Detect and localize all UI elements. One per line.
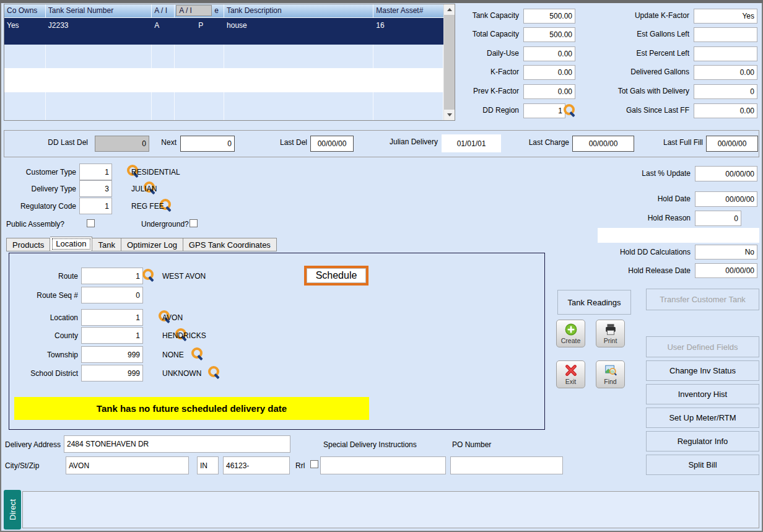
scrollbar-thumb[interactable] xyxy=(444,15,455,110)
find-button-label: Find xyxy=(604,378,616,385)
route-lookup-icon[interactable] xyxy=(141,268,155,283)
printer-icon xyxy=(604,323,617,336)
set-up-meter-rtm-button[interactable]: Set Up Meter/RTM xyxy=(646,408,759,428)
inventory-hist-button[interactable]: Inventory Hist xyxy=(646,384,759,404)
last-pct-update-label: Last % Update xyxy=(567,169,691,178)
zip-field[interactable]: 46123- xyxy=(223,456,290,474)
tank-readings-button[interactable]: Tank Readings xyxy=(557,290,631,315)
underground-checkbox[interactable] xyxy=(190,219,198,227)
change-inv-status-button[interactable]: Change Inv Status xyxy=(646,360,759,381)
schedule-button[interactable]: Schedule xyxy=(304,266,368,286)
township-field[interactable]: 999 xyxy=(81,346,143,363)
location-desc: AVON xyxy=(162,313,183,322)
col-header-serial[interactable]: Tank Serial Number xyxy=(46,4,152,17)
schedule-button-label: Schedule xyxy=(307,268,366,283)
tab-gps-tank-coordinates[interactable]: GPS Tank Coordinates xyxy=(183,238,277,251)
table-row-selected[interactable]: Yes J2233 A P house 16 xyxy=(4,18,443,45)
school-district-lookup-icon[interactable] xyxy=(207,365,220,380)
customer-type-field[interactable]: 1 xyxy=(79,164,112,180)
county-label: County xyxy=(9,331,78,340)
po-number-field[interactable] xyxy=(450,456,563,474)
update-k-factor-field[interactable]: Yes xyxy=(694,9,757,24)
dd-region-label: DD Region xyxy=(395,106,519,115)
col-header-ai[interactable]: A / I xyxy=(152,4,175,17)
tab-location[interactable]: Location xyxy=(50,237,92,251)
regulatory-code-field[interactable]: 1 xyxy=(79,198,112,214)
city-st-zip-label: City/St/Zip xyxy=(5,461,39,470)
tab-optimizer-log[interactable]: Optimizer Log xyxy=(121,238,183,251)
route-seq-field[interactable]: 0 xyxy=(81,287,143,303)
city-field[interactable]: AVON xyxy=(66,456,189,474)
underground-label: Underground? xyxy=(141,220,189,229)
last-full-fill-field[interactable]: 00/00/00 xyxy=(706,136,758,152)
dd-region-field[interactable]: 1 xyxy=(523,103,565,118)
dd-last-del-label: DD Last Del xyxy=(26,138,88,147)
township-label: Township xyxy=(9,351,78,359)
est-gallons-left-label: Est Gallons Left xyxy=(565,30,689,38)
next-field[interactable]: 0 xyxy=(180,136,235,152)
print-button-label: Print xyxy=(604,337,617,344)
hold-reason-field[interactable]: 0 xyxy=(695,211,741,226)
table-row-empty[interactable] xyxy=(4,45,443,68)
create-button[interactable]: Create xyxy=(556,320,585,347)
rrl-label: Rrl xyxy=(295,461,305,470)
exit-button[interactable]: Exit xyxy=(556,360,585,388)
tab-products[interactable]: Products xyxy=(6,238,50,251)
col-header-edit-box[interactable]: A / I xyxy=(176,5,212,16)
hold-dd-calculations-field[interactable]: No xyxy=(695,245,757,259)
est-percent-left-field[interactable] xyxy=(694,46,757,61)
location-field[interactable]: 1 xyxy=(81,309,143,326)
gals-since-last-ff-field[interactable]: 0.00 xyxy=(694,103,757,118)
find-button[interactable]: Find xyxy=(596,360,625,388)
regulatory-code-label: Regulatory Code xyxy=(0,202,76,211)
school-district-desc: UNKNOWN xyxy=(162,369,201,378)
tot-gals-with-delivery-field[interactable]: 0 xyxy=(694,84,757,99)
delivery-address-label: Delivery Address xyxy=(5,440,61,449)
hold-date-field[interactable]: 00/00/00 xyxy=(695,191,757,207)
hold-release-date-field[interactable]: 00/00/00 xyxy=(695,263,757,278)
user-defined-fields-button[interactable]: User Defined Fields xyxy=(646,336,759,357)
cell-co-owns: Yes xyxy=(4,18,46,45)
delivered-gallons-label: Delivered Gallons xyxy=(565,68,689,76)
township-lookup-icon[interactable] xyxy=(190,347,204,362)
regulatory-code-desc: REG FEE xyxy=(131,202,164,211)
delivered-gallons-field[interactable]: 0.00 xyxy=(694,65,757,80)
no-scheduled-delivery-banner: Tank has no future scheduled delivery da… xyxy=(14,397,369,420)
delivery-type-label: Delivery Type xyxy=(0,185,76,193)
col-header-ai-edit[interactable]: A / I e xyxy=(175,4,224,17)
direct-side-tab[interactable]: Direct xyxy=(4,490,21,530)
school-district-label: School District xyxy=(9,369,78,378)
last-del-field[interactable]: 00/00/00 xyxy=(310,136,354,152)
col-header-co-owns[interactable]: Co Owns xyxy=(4,4,46,17)
regulator-info-button[interactable]: Regulator Info xyxy=(646,431,759,451)
last-pct-update-field[interactable]: 00/00/00 xyxy=(695,166,757,181)
next-label: Next xyxy=(128,138,177,147)
school-district-field[interactable]: 999 xyxy=(81,365,143,382)
special-delivery-instructions-field[interactable] xyxy=(320,456,446,474)
table-row-empty[interactable] xyxy=(4,92,443,120)
last-charge-label: Last Charge xyxy=(482,138,569,147)
est-gallons-left-field[interactable] xyxy=(694,27,757,42)
hold-reason-desc-strip xyxy=(598,228,759,243)
route-field[interactable]: 1 xyxy=(81,268,143,284)
tab-strip: Products Location Tank Optimizer Log GPS… xyxy=(6,237,277,251)
po-number-label: PO Number xyxy=(452,440,491,449)
table-row-empty[interactable] xyxy=(4,68,443,92)
grid-vertical-scrollbar[interactable] xyxy=(443,4,455,120)
rrl-checkbox[interactable] xyxy=(310,460,318,468)
public-assembly-checkbox[interactable] xyxy=(87,219,95,227)
delivery-type-field[interactable]: 3 xyxy=(79,180,112,197)
split-bill-button[interactable]: Split Bill xyxy=(646,455,759,475)
county-field[interactable]: 1 xyxy=(81,327,143,344)
state-field[interactable]: IN xyxy=(197,456,219,474)
update-k-factor-label: Update K-Factor xyxy=(565,11,689,20)
cell-ai-2: P xyxy=(175,18,224,45)
delivery-address-field[interactable]: 2484 STONEHAVEN DR xyxy=(64,435,290,453)
tank-capacity-label: Tank Capacity xyxy=(395,11,519,20)
create-plus-icon xyxy=(564,323,578,336)
print-button[interactable]: Print xyxy=(596,320,625,347)
col-header-description[interactable]: Tank Description xyxy=(224,4,373,17)
tab-tank[interactable]: Tank xyxy=(92,238,121,251)
cell-description: house xyxy=(224,18,373,45)
transfer-customer-tank-button[interactable]: Transfer Customer Tank xyxy=(646,289,759,310)
